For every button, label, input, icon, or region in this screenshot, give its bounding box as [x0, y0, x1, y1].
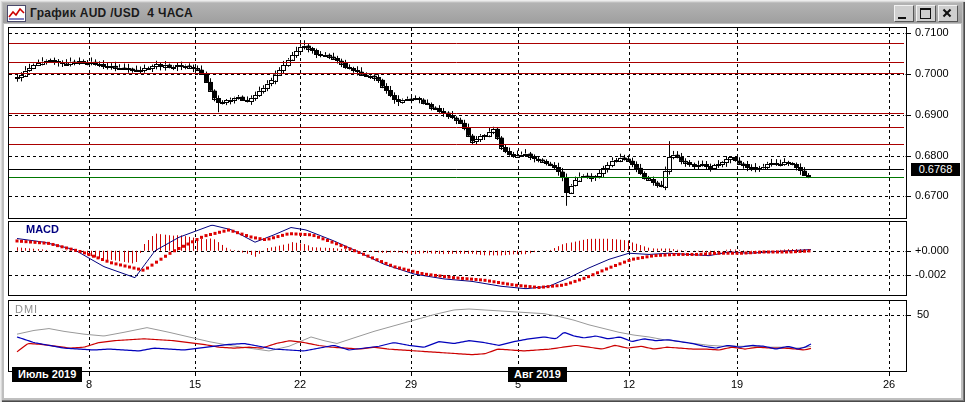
macd-label: MACD: [26, 223, 59, 235]
macd-axis-label: +0.000: [915, 244, 949, 256]
macd-canvas[interactable]: [9, 222, 904, 293]
close-button[interactable]: [938, 5, 958, 22]
price-axis-label: 0.6800: [915, 149, 949, 161]
dmi-panel[interactable]: DMI: [8, 300, 907, 372]
date-tick-label: 15: [189, 378, 201, 390]
dmi-axis-label: 50: [917, 308, 929, 320]
date-tick-label: 29: [405, 378, 417, 390]
date-tick-label: 12: [623, 378, 635, 390]
price-chart-panel[interactable]: [8, 27, 907, 219]
maximize-icon: [920, 8, 931, 19]
window-controls: [894, 5, 960, 22]
titlebar[interactable]: График AUD /USD 4 ЧАСА: [3, 3, 962, 23]
macd-panel[interactable]: MACD: [8, 221, 907, 296]
maximize-button[interactable]: [916, 5, 936, 22]
macd-axis-label: -0.002: [915, 268, 946, 280]
price-axis-label: 0.7100: [915, 26, 949, 38]
candlestick-canvas[interactable]: [9, 28, 904, 216]
date-tick-label: 8: [86, 378, 92, 390]
current-price-badge: 0.6768: [911, 163, 960, 176]
window-title: График AUD /USD 4 ЧАСА: [30, 6, 193, 20]
dmi-label: DMI: [15, 303, 38, 315]
date-tick-label: 19: [731, 378, 743, 390]
price-axis-label: 0.6900: [915, 108, 949, 120]
date-tick-label: 22: [294, 378, 306, 390]
chart-icon: [7, 5, 26, 22]
date-tick-label: 5: [515, 378, 521, 390]
dmi-canvas[interactable]: [9, 301, 904, 369]
price-axis-label: 0.6700: [915, 189, 949, 201]
chart-content: MACD DMI 0.6768 0.71000.70000.69000.6800…: [4, 24, 961, 398]
minimize-icon: [898, 17, 906, 19]
price-axis-label: 0.7000: [915, 67, 949, 79]
minimize-button[interactable]: [894, 5, 914, 22]
chart-window: График AUD /USD 4 ЧАСА MACD DMI 0.6768 0…: [0, 0, 965, 402]
date-tick-label: 26: [883, 378, 895, 390]
